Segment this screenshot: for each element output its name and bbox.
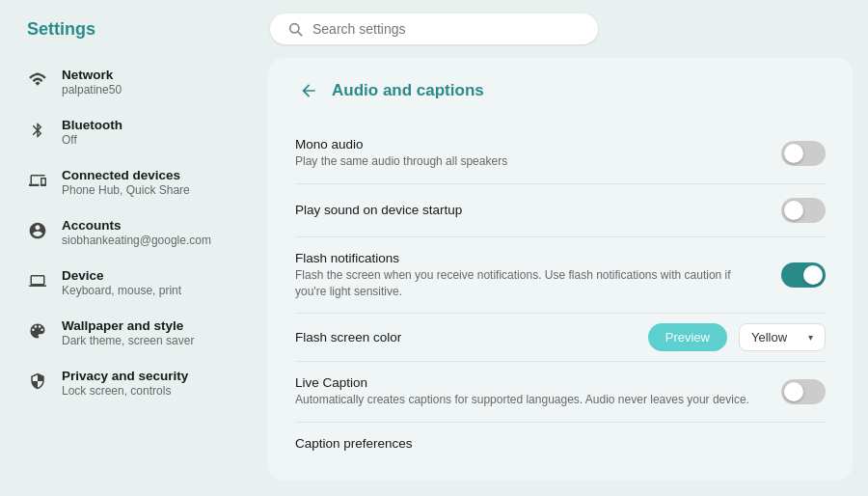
flash-notifications-row: Flash notifications Flash the screen whe… — [295, 237, 826, 315]
laptop-icon — [27, 270, 48, 291]
mono-audio-thumb — [784, 144, 803, 163]
devices-icon — [27, 170, 48, 191]
live-caption-toggle[interactable] — [781, 379, 826, 404]
live-caption-text: Live Caption Automatically creates capti… — [295, 375, 762, 408]
live-caption-desc: Automatically creates captions for suppo… — [295, 392, 762, 408]
mono-audio-title: Mono audio — [295, 137, 762, 152]
sidebar-item-accounts-text: Accounts siobhankeating@google.com — [62, 218, 211, 247]
color-dropdown[interactable]: Yellow ▾ — [739, 323, 826, 351]
caption-preferences-title: Caption preferences — [295, 436, 826, 451]
sidebar: Network palpatine50 Bluetooth Off Connec… — [15, 58, 257, 481]
flash-notifications-thumb — [803, 265, 823, 285]
app-title: Settings — [27, 19, 95, 40]
sidebar-item-bluetooth[interactable]: Bluetooth Off — [15, 108, 257, 156]
sidebar-item-network-text: Network palpatine50 — [62, 68, 122, 96]
mono-audio-desc: Play the same audio through all speakers — [295, 153, 762, 170]
sidebar-item-connected-devices-sub: Phone Hub, Quick Share — [62, 183, 190, 197]
sidebar-item-network-sub: palpatine50 — [62, 83, 122, 96]
sidebar-item-connected-devices-text: Connected devices Phone Hub, Quick Share — [62, 168, 190, 197]
mono-audio-toggle[interactable] — [781, 141, 826, 166]
panel-header: Audio and captions — [295, 77, 826, 104]
sidebar-item-wallpaper-sub: Dark theme, screen saver — [62, 334, 194, 347]
panel-title: Audio and captions — [332, 81, 484, 100]
sidebar-item-bluetooth-label: Bluetooth — [62, 118, 122, 132]
sidebar-item-accounts-sub: siobhankeating@google.com — [62, 234, 211, 247]
sidebar-item-privacy[interactable]: Privacy and security Lock screen, contro… — [15, 359, 257, 407]
sidebar-item-device-sub: Keyboard, mouse, print — [62, 284, 181, 297]
sidebar-item-privacy-text: Privacy and security Lock screen, contro… — [62, 369, 188, 398]
sidebar-item-accounts[interactable]: Accounts siobhankeating@google.com — [15, 208, 257, 257]
shield-icon — [27, 371, 48, 392]
sidebar-item-device[interactable]: Device Keyboard, mouse, print — [15, 259, 257, 307]
caption-preferences-text: Caption preferences — [295, 436, 826, 451]
back-button[interactable] — [295, 77, 322, 104]
sidebar-item-wallpaper-label: Wallpaper and style — [62, 318, 194, 333]
flash-color-row: Flash screen color Preview Yellow ▾ — [295, 314, 826, 362]
palette-icon — [27, 320, 48, 342]
content-panel: Audio and captions Mono audio Play the s… — [268, 58, 853, 481]
main-layout: Network palpatine50 Bluetooth Off Connec… — [0, 58, 868, 496]
live-caption-title: Live Caption — [295, 375, 762, 390]
startup-sound-toggle[interactable] — [781, 198, 826, 223]
search-bar[interactable] — [270, 14, 598, 44]
mono-audio-row: Mono audio Play the same audio through a… — [295, 124, 826, 184]
svg-line-1 — [298, 32, 302, 36]
color-dropdown-value: Yellow — [751, 330, 787, 344]
sidebar-item-connected-devices[interactable]: Connected devices Phone Hub, Quick Share — [15, 158, 257, 207]
flash-notifications-text: Flash notifications Flash the screen whe… — [295, 251, 762, 300]
caption-preferences-row[interactable]: Caption preferences — [295, 423, 826, 464]
chevron-down-icon: ▾ — [808, 332, 813, 343]
header: Settings — [0, 0, 868, 58]
sidebar-item-network[interactable]: Network palpatine50 — [15, 58, 257, 106]
sidebar-item-connected-devices-label: Connected devices — [62, 168, 190, 182]
wifi-icon — [27, 69, 48, 91]
flash-color-label: Flash screen color — [295, 330, 637, 344]
preview-button[interactable]: Preview — [648, 323, 727, 351]
sidebar-item-bluetooth-text: Bluetooth Off — [62, 118, 122, 147]
sidebar-item-privacy-sub: Lock screen, controls — [62, 384, 188, 398]
search-icon — [287, 21, 303, 37]
sidebar-item-wallpaper-text: Wallpaper and style Dark theme, screen s… — [62, 318, 194, 347]
startup-sound-row: Play sound on device startup — [295, 184, 826, 237]
sidebar-item-wallpaper[interactable]: Wallpaper and style Dark theme, screen s… — [15, 309, 257, 357]
flash-notifications-title: Flash notifications — [295, 251, 762, 265]
live-caption-row: Live Caption Automatically creates capti… — [295, 362, 826, 423]
sidebar-item-device-text: Device Keyboard, mouse, print — [62, 268, 181, 297]
startup-sound-title: Play sound on device startup — [295, 203, 762, 217]
account-icon — [27, 220, 48, 241]
search-input[interactable] — [312, 21, 581, 37]
flash-notifications-desc: Flash the screen when you receive notifi… — [295, 267, 762, 300]
mono-audio-text: Mono audio Play the same audio through a… — [295, 137, 762, 170]
flash-notifications-toggle[interactable] — [781, 262, 826, 288]
sidebar-item-accounts-label: Accounts — [62, 218, 211, 233]
sidebar-item-bluetooth-sub: Off — [62, 133, 122, 147]
bluetooth-icon — [27, 120, 48, 141]
startup-sound-thumb — [784, 201, 803, 220]
sidebar-item-network-label: Network — [62, 68, 122, 82]
sidebar-item-privacy-label: Privacy and security — [62, 369, 188, 383]
sidebar-item-device-label: Device — [62, 268, 181, 283]
startup-sound-text: Play sound on device startup — [295, 203, 762, 217]
